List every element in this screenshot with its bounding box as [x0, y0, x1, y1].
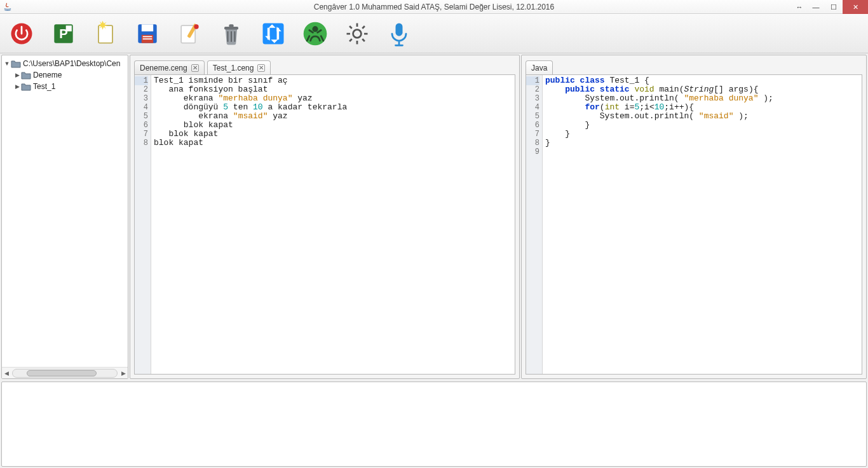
edit-button[interactable]	[173, 18, 206, 50]
settings-button[interactable]	[341, 18, 374, 50]
tree-horizontal-scrollbar[interactable]: ◀ ▶	[2, 367, 128, 378]
svg-rect-3	[66, 25, 72, 31]
scroll-right-icon[interactable]: ▶	[119, 370, 128, 376]
maximize-button[interactable]: ☐	[825, 0, 843, 14]
tab-label: Deneme.ceng	[140, 64, 187, 72]
editor-tabstrip: Deneme.ceng ✕ Test_1.ceng ✕	[130, 55, 519, 74]
folder-icon	[21, 71, 31, 79]
svg-rect-8	[143, 36, 153, 38]
output-tab[interactable]: Java	[526, 60, 553, 74]
output-gutter: 123456789	[526, 75, 543, 374]
svg-rect-9	[143, 38, 153, 39]
scroll-left-icon[interactable]: ◀	[2, 370, 11, 376]
tree-root-label: C:\Users\BAP1\Desktop\Cen	[23, 59, 120, 68]
java-icon	[3, 2, 13, 12]
close-button[interactable]: ✕	[843, 0, 868, 14]
output-panel: Java 123456789 public class Test_1 { pub…	[521, 55, 867, 379]
run-button[interactable]	[299, 18, 332, 50]
svg-point-12	[194, 24, 198, 29]
resize-handle-icon[interactable]: ↔	[792, 0, 807, 14]
tab-close-icon[interactable]: ✕	[257, 64, 265, 72]
microphone-button[interactable]	[383, 18, 416, 50]
new-file-button[interactable]	[89, 18, 122, 50]
svg-rect-19	[396, 24, 403, 36]
main-area: ▼ C:\Users\BAP1\Desktop\Cen ▶ Deneme ▶ T…	[0, 53, 868, 380]
power-button[interactable]	[5, 18, 38, 50]
folder-icon	[11, 59, 21, 68]
folder-icon	[21, 82, 31, 91]
editor-code-area[interactable]: 12345678 Test_1 isminde bir sınıf aç ana…	[134, 74, 515, 375]
tree-root[interactable]: ▼ C:\Users\BAP1\Desktop\Cen	[3, 58, 126, 69]
minimize-button[interactable]: —	[807, 0, 825, 14]
toolbar: P	[0, 14, 868, 53]
svg-rect-6	[142, 24, 153, 31]
tree-item-label: Test_1	[33, 82, 55, 91]
window-title: Cengâver 1.0 Muhammed Said ATAŞ, Selami …	[314, 3, 554, 11]
convert-button[interactable]	[257, 18, 290, 50]
tab-label: Java	[531, 64, 547, 72]
scrollbar-track[interactable]	[12, 369, 118, 378]
tree-arrow-icon[interactable]: ▼	[3, 60, 11, 67]
save-button[interactable]	[131, 18, 164, 50]
tab-label: Test_1.ceng	[213, 64, 254, 72]
tree-arrow-icon[interactable]: ▶	[13, 72, 21, 78]
svg-rect-14	[229, 24, 233, 27]
editor-panel: Deneme.ceng ✕ Test_1.ceng ✕ 12345678 Tes…	[130, 55, 520, 379]
output-tabstrip: Java	[522, 55, 866, 74]
editor-gutter: 12345678	[135, 75, 151, 374]
output-code-area[interactable]: 123456789 public class Test_1 { public s…	[526, 74, 862, 375]
titlebar: Cengâver 1.0 Muhammed Said ATAŞ, Selami …	[0, 0, 868, 14]
tree-item[interactable]: ▶ Deneme	[3, 69, 126, 81]
editor-tab[interactable]: Test_1.ceng ✕	[207, 60, 271, 74]
svg-point-16	[304, 22, 327, 46]
output-body[interactable]: public class Test_1 { public static void…	[543, 75, 862, 374]
file-tree[interactable]: ▼ C:\Users\BAP1\Desktop\Cen ▶ Deneme ▶ T…	[2, 55, 128, 367]
tree-item[interactable]: ▶ Test_1	[3, 81, 126, 92]
window-buttons: ↔ — ☐ ✕	[792, 0, 868, 14]
tab-close-icon[interactable]: ✕	[191, 64, 199, 72]
tree-arrow-icon[interactable]: ▶	[13, 83, 21, 90]
svg-point-17	[312, 26, 318, 32]
file-tree-panel: ▼ C:\Users\BAP1\Desktop\Cen ▶ Deneme ▶ T…	[1, 55, 128, 379]
scrollbar-thumb[interactable]	[27, 370, 97, 376]
project-button[interactable]: P	[47, 18, 80, 50]
console-panel[interactable]	[1, 382, 867, 467]
trash-button[interactable]	[215, 18, 248, 50]
editor-body[interactable]: Test_1 isminde bir sınıf aç ana fonksiyo…	[151, 75, 515, 374]
svg-point-18	[353, 30, 362, 38]
tree-item-label: Deneme	[33, 71, 62, 79]
editor-tab[interactable]: Deneme.ceng ✕	[134, 60, 205, 74]
